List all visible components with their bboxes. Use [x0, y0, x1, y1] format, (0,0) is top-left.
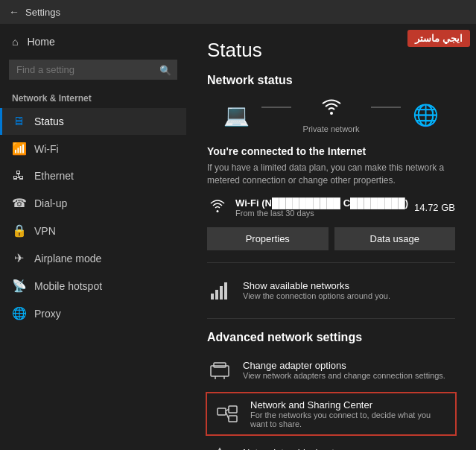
ethernet-icon: 🖧	[12, 169, 25, 183]
home-icon: ⌂	[12, 36, 18, 48]
sharing-title: Network and Sharing Center	[250, 399, 448, 411]
sidebar-item-ethernet[interactable]: 🖧 Ethernet	[0, 162, 186, 189]
brand-badge: ايجي ماستر	[407, 30, 470, 47]
sidebar-label-ethernet: Ethernet	[34, 170, 74, 182]
adapter-icon	[207, 358, 232, 383]
svg-rect-4	[220, 286, 223, 300]
sidebar-item-proxy[interactable]: 🌐 Proxy	[0, 300, 186, 327]
sharing-icon	[215, 401, 240, 426]
vpn-icon: 🔒	[12, 224, 25, 238]
sharing-center-row[interactable]: Network and Sharing Center For the netwo…	[206, 392, 457, 436]
sidebar-label-vpn: VPN	[34, 225, 56, 237]
svg-rect-7	[214, 363, 226, 367]
dialup-icon: ☎	[12, 196, 25, 210]
adapter-desc: View network adapters and change connect…	[243, 371, 445, 380]
sidebar-item-wifi[interactable]: 📶 Wi-Fi	[0, 135, 186, 162]
wifi-icon: 📶	[12, 142, 25, 156]
home-label: Home	[27, 36, 54, 48]
content-area: ايجي ماستر Status Network status 💻	[186, 24, 476, 450]
connected-title: You're connected to the Internet	[207, 145, 455, 157]
wifi-signal-icon	[207, 197, 228, 218]
wifi-name: Wi-Fi (N██████████ C████████)	[235, 197, 408, 209]
troubleshooter-title: Network troubleshooter	[243, 447, 373, 450]
adapter-title: Change adapter options	[243, 360, 445, 371]
sidebar-label-dialup: Dial-up	[34, 197, 67, 209]
diagram-line2	[371, 107, 401, 108]
diagram-globe: 🌐	[413, 103, 439, 127]
sharing-text: Network and Sharing Center For the netwo…	[250, 399, 448, 428]
network-status-title: Network status	[207, 74, 455, 87]
computer-icon: 💻	[223, 103, 250, 127]
svg-rect-10	[218, 408, 226, 415]
sidebar-item-dialup[interactable]: ☎ Dial-up	[0, 189, 186, 217]
sharing-desc: For the networks you connect to, decide …	[250, 411, 448, 428]
sidebar-label-airplane: Airplane mode	[34, 253, 101, 264]
proxy-icon: 🌐	[12, 306, 25, 320]
sidebar-label-status: Status	[34, 115, 64, 127]
diagram-wifi-icon	[318, 96, 345, 121]
search-icon: 🔍	[159, 64, 171, 75]
wifi-data-usage: 14.72 GB	[414, 202, 455, 213]
buttons-row: Properties Data usage	[207, 227, 455, 250]
sidebar-item-status[interactable]: 🖥 Status	[0, 108, 186, 135]
sidebar-item-vpn[interactable]: 🔒 VPN	[0, 217, 186, 244]
window-title: Settings	[25, 7, 60, 18]
svg-point-1	[217, 210, 219, 212]
divider2	[207, 318, 455, 319]
sidebar-label-proxy: Proxy	[34, 308, 61, 320]
troubleshooter-row[interactable]: Network troubleshooter Diagnose and fix …	[207, 439, 455, 450]
wifi-row: Wi-Fi (N██████████ C████████) From the l…	[207, 197, 455, 218]
show-networks-desc: View the connection options around you.	[243, 291, 390, 300]
adapter-options-row[interactable]: Change adapter options View network adap…	[207, 352, 455, 389]
show-networks-text: Show available networks View the connect…	[243, 280, 390, 300]
sidebar-label-wifi: Wi-Fi	[34, 143, 59, 155]
diagram-wifi: Private network	[303, 96, 360, 133]
troubleshooter-text: Network troubleshooter Diagnose and fix …	[243, 447, 373, 450]
wifi-info: Wi-Fi (N██████████ C████████) From the l…	[235, 197, 408, 218]
back-button[interactable]: ←	[9, 6, 19, 18]
diagram-computer: 💻	[223, 103, 250, 127]
sidebar-item-home[interactable]: ⌂ Home	[0, 30, 186, 54]
status-icon: 🖥	[12, 115, 25, 128]
sidebar: ⌂ Home 🔍 Network & Internet 🖥 Status 📶 W…	[0, 24, 186, 450]
sidebar-item-airplane[interactable]: ✈ Airplane mode	[0, 244, 186, 272]
svg-rect-11	[229, 406, 237, 413]
adapter-text: Change adapter options View network adap…	[243, 360, 445, 380]
svg-rect-3	[215, 290, 218, 300]
connected-desc: If you have a limited data plan, you can…	[207, 162, 455, 187]
wifi-sub: From the last 30 days	[235, 209, 408, 218]
diagram-network-label: Private network	[303, 124, 360, 133]
show-networks-row[interactable]: Show available networks View the connect…	[207, 272, 455, 309]
sidebar-item-hotspot[interactable]: 📡 Mobile hotspot	[0, 272, 186, 300]
svg-rect-12	[229, 416, 237, 422]
airplane-icon: ✈	[12, 251, 25, 265]
properties-button[interactable]: Properties	[207, 227, 329, 250]
sidebar-section-title: Network & Internet	[0, 86, 186, 108]
svg-point-0	[330, 112, 333, 115]
diagram-line1	[261, 107, 291, 108]
divider1	[207, 262, 455, 263]
globe-icon: 🌐	[413, 103, 439, 127]
main-layout: ⌂ Home 🔍 Network & Internet 🖥 Status 📶 W…	[0, 24, 476, 450]
svg-line-14	[226, 412, 229, 419]
title-bar: ← Settings	[0, 0, 476, 24]
show-networks-icon	[207, 278, 232, 303]
show-networks-title: Show available networks	[243, 280, 390, 291]
hotspot-icon: 📡	[12, 279, 25, 293]
search-container: 🔍	[9, 60, 177, 80]
search-input[interactable]	[9, 60, 177, 80]
svg-rect-2	[211, 294, 214, 300]
network-diagram: 💻 Private network 🌐	[207, 96, 455, 133]
sidebar-label-hotspot: Mobile hotspot	[34, 280, 102, 292]
wifi-left: Wi-Fi (N██████████ C████████) From the l…	[207, 197, 408, 218]
data-usage-button[interactable]: Data usage	[334, 227, 456, 250]
troubleshooter-icon	[207, 445, 232, 450]
svg-rect-5	[224, 282, 227, 300]
advanced-title: Advanced network settings	[207, 331, 455, 344]
